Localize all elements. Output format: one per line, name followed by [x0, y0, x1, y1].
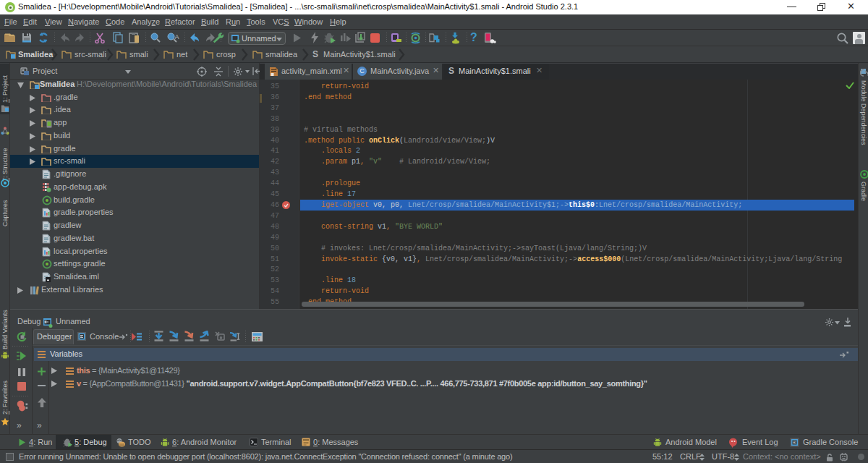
svg-text:A: A [175, 33, 179, 41]
